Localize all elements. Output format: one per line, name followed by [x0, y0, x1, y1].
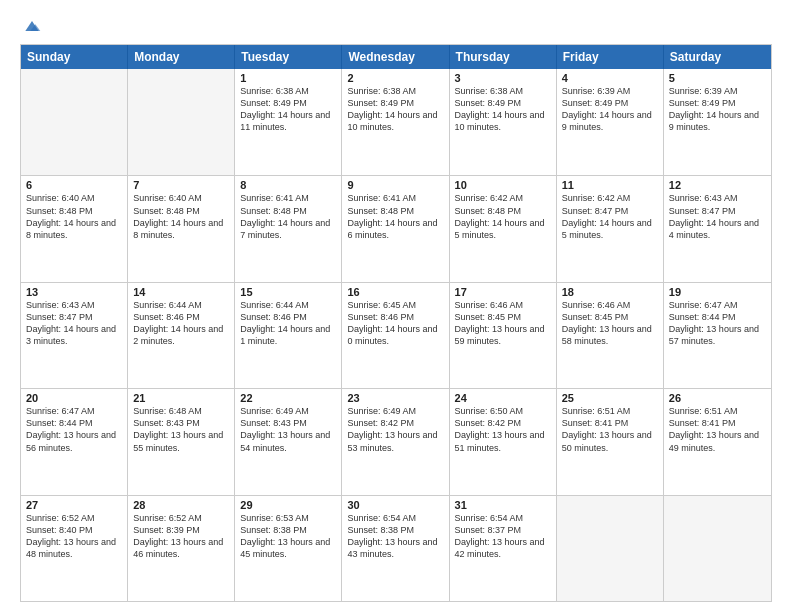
day-info: Sunrise: 6:38 AM Sunset: 8:49 PM Dayligh…: [240, 85, 336, 134]
header-day-friday: Friday: [557, 45, 664, 69]
day-number: 4: [562, 72, 658, 84]
day-number: 19: [669, 286, 766, 298]
calendar-cell: [664, 496, 771, 601]
calendar-cell: 11Sunrise: 6:42 AM Sunset: 8:47 PM Dayli…: [557, 176, 664, 281]
day-info: Sunrise: 6:40 AM Sunset: 8:48 PM Dayligh…: [133, 192, 229, 241]
day-number: 17: [455, 286, 551, 298]
day-number: 2: [347, 72, 443, 84]
calendar-cell: 15Sunrise: 6:44 AM Sunset: 8:46 PM Dayli…: [235, 283, 342, 388]
calendar-cell: 31Sunrise: 6:54 AM Sunset: 8:37 PM Dayli…: [450, 496, 557, 601]
calendar-row: 1Sunrise: 6:38 AM Sunset: 8:49 PM Daylig…: [21, 69, 771, 175]
calendar: SundayMondayTuesdayWednesdayThursdayFrid…: [20, 44, 772, 602]
day-number: 5: [669, 72, 766, 84]
day-info: Sunrise: 6:39 AM Sunset: 8:49 PM Dayligh…: [669, 85, 766, 134]
logo-icon: [22, 16, 42, 36]
calendar-cell: 17Sunrise: 6:46 AM Sunset: 8:45 PM Dayli…: [450, 283, 557, 388]
day-info: Sunrise: 6:54 AM Sunset: 8:37 PM Dayligh…: [455, 512, 551, 561]
day-info: Sunrise: 6:44 AM Sunset: 8:46 PM Dayligh…: [240, 299, 336, 348]
calendar-cell: 8Sunrise: 6:41 AM Sunset: 8:48 PM Daylig…: [235, 176, 342, 281]
header-day-tuesday: Tuesday: [235, 45, 342, 69]
day-number: 12: [669, 179, 766, 191]
day-info: Sunrise: 6:50 AM Sunset: 8:42 PM Dayligh…: [455, 405, 551, 454]
day-info: Sunrise: 6:47 AM Sunset: 8:44 PM Dayligh…: [26, 405, 122, 454]
day-number: 22: [240, 392, 336, 404]
day-number: 29: [240, 499, 336, 511]
day-number: 28: [133, 499, 229, 511]
calendar-cell: 5Sunrise: 6:39 AM Sunset: 8:49 PM Daylig…: [664, 69, 771, 175]
calendar-cell: 3Sunrise: 6:38 AM Sunset: 8:49 PM Daylig…: [450, 69, 557, 175]
day-info: Sunrise: 6:52 AM Sunset: 8:39 PM Dayligh…: [133, 512, 229, 561]
day-info: Sunrise: 6:44 AM Sunset: 8:46 PM Dayligh…: [133, 299, 229, 348]
day-info: Sunrise: 6:39 AM Sunset: 8:49 PM Dayligh…: [562, 85, 658, 134]
header-day-thursday: Thursday: [450, 45, 557, 69]
calendar-cell: 21Sunrise: 6:48 AM Sunset: 8:43 PM Dayli…: [128, 389, 235, 494]
calendar-cell: 27Sunrise: 6:52 AM Sunset: 8:40 PM Dayli…: [21, 496, 128, 601]
day-info: Sunrise: 6:49 AM Sunset: 8:42 PM Dayligh…: [347, 405, 443, 454]
day-info: Sunrise: 6:53 AM Sunset: 8:38 PM Dayligh…: [240, 512, 336, 561]
day-number: 21: [133, 392, 229, 404]
day-number: 18: [562, 286, 658, 298]
calendar-cell: 10Sunrise: 6:42 AM Sunset: 8:48 PM Dayli…: [450, 176, 557, 281]
day-number: 13: [26, 286, 122, 298]
day-info: Sunrise: 6:46 AM Sunset: 8:45 PM Dayligh…: [562, 299, 658, 348]
day-number: 8: [240, 179, 336, 191]
calendar-cell: 18Sunrise: 6:46 AM Sunset: 8:45 PM Dayli…: [557, 283, 664, 388]
calendar-cell: 26Sunrise: 6:51 AM Sunset: 8:41 PM Dayli…: [664, 389, 771, 494]
day-info: Sunrise: 6:49 AM Sunset: 8:43 PM Dayligh…: [240, 405, 336, 454]
day-number: 6: [26, 179, 122, 191]
calendar-body: 1Sunrise: 6:38 AM Sunset: 8:49 PM Daylig…: [21, 69, 771, 601]
calendar-cell: 28Sunrise: 6:52 AM Sunset: 8:39 PM Dayli…: [128, 496, 235, 601]
header: [20, 16, 772, 36]
day-number: 14: [133, 286, 229, 298]
header-day-sunday: Sunday: [21, 45, 128, 69]
calendar-cell: 9Sunrise: 6:41 AM Sunset: 8:48 PM Daylig…: [342, 176, 449, 281]
header-day-monday: Monday: [128, 45, 235, 69]
day-number: 16: [347, 286, 443, 298]
day-info: Sunrise: 6:42 AM Sunset: 8:47 PM Dayligh…: [562, 192, 658, 241]
day-info: Sunrise: 6:38 AM Sunset: 8:49 PM Dayligh…: [347, 85, 443, 134]
header-day-saturday: Saturday: [664, 45, 771, 69]
day-info: Sunrise: 6:38 AM Sunset: 8:49 PM Dayligh…: [455, 85, 551, 134]
calendar-row: 27Sunrise: 6:52 AM Sunset: 8:40 PM Dayli…: [21, 495, 771, 601]
day-number: 25: [562, 392, 658, 404]
header-day-wednesday: Wednesday: [342, 45, 449, 69]
day-info: Sunrise: 6:51 AM Sunset: 8:41 PM Dayligh…: [562, 405, 658, 454]
calendar-cell: 14Sunrise: 6:44 AM Sunset: 8:46 PM Dayli…: [128, 283, 235, 388]
calendar-cell: [21, 69, 128, 175]
day-number: 9: [347, 179, 443, 191]
day-number: 20: [26, 392, 122, 404]
calendar-cell: 29Sunrise: 6:53 AM Sunset: 8:38 PM Dayli…: [235, 496, 342, 601]
calendar-cell: 25Sunrise: 6:51 AM Sunset: 8:41 PM Dayli…: [557, 389, 664, 494]
calendar-row: 6Sunrise: 6:40 AM Sunset: 8:48 PM Daylig…: [21, 175, 771, 281]
calendar-cell: 4Sunrise: 6:39 AM Sunset: 8:49 PM Daylig…: [557, 69, 664, 175]
calendar-cell: 23Sunrise: 6:49 AM Sunset: 8:42 PM Dayli…: [342, 389, 449, 494]
calendar-cell: 24Sunrise: 6:50 AM Sunset: 8:42 PM Dayli…: [450, 389, 557, 494]
day-number: 11: [562, 179, 658, 191]
day-info: Sunrise: 6:51 AM Sunset: 8:41 PM Dayligh…: [669, 405, 766, 454]
calendar-cell: 16Sunrise: 6:45 AM Sunset: 8:46 PM Dayli…: [342, 283, 449, 388]
calendar-cell: 22Sunrise: 6:49 AM Sunset: 8:43 PM Dayli…: [235, 389, 342, 494]
day-number: 23: [347, 392, 443, 404]
calendar-cell: 1Sunrise: 6:38 AM Sunset: 8:49 PM Daylig…: [235, 69, 342, 175]
day-info: Sunrise: 6:41 AM Sunset: 8:48 PM Dayligh…: [347, 192, 443, 241]
day-info: Sunrise: 6:43 AM Sunset: 8:47 PM Dayligh…: [669, 192, 766, 241]
day-info: Sunrise: 6:46 AM Sunset: 8:45 PM Dayligh…: [455, 299, 551, 348]
day-number: 31: [455, 499, 551, 511]
day-number: 24: [455, 392, 551, 404]
calendar-cell: 6Sunrise: 6:40 AM Sunset: 8:48 PM Daylig…: [21, 176, 128, 281]
day-number: 27: [26, 499, 122, 511]
day-number: 3: [455, 72, 551, 84]
calendar-cell: 20Sunrise: 6:47 AM Sunset: 8:44 PM Dayli…: [21, 389, 128, 494]
day-info: Sunrise: 6:43 AM Sunset: 8:47 PM Dayligh…: [26, 299, 122, 348]
day-number: 30: [347, 499, 443, 511]
day-info: Sunrise: 6:40 AM Sunset: 8:48 PM Dayligh…: [26, 192, 122, 241]
day-info: Sunrise: 6:41 AM Sunset: 8:48 PM Dayligh…: [240, 192, 336, 241]
calendar-cell: 30Sunrise: 6:54 AM Sunset: 8:38 PM Dayli…: [342, 496, 449, 601]
calendar-row: 13Sunrise: 6:43 AM Sunset: 8:47 PM Dayli…: [21, 282, 771, 388]
day-number: 26: [669, 392, 766, 404]
calendar-cell: [557, 496, 664, 601]
calendar-cell: [128, 69, 235, 175]
day-info: Sunrise: 6:47 AM Sunset: 8:44 PM Dayligh…: [669, 299, 766, 348]
day-info: Sunrise: 6:54 AM Sunset: 8:38 PM Dayligh…: [347, 512, 443, 561]
logo: [20, 16, 42, 36]
